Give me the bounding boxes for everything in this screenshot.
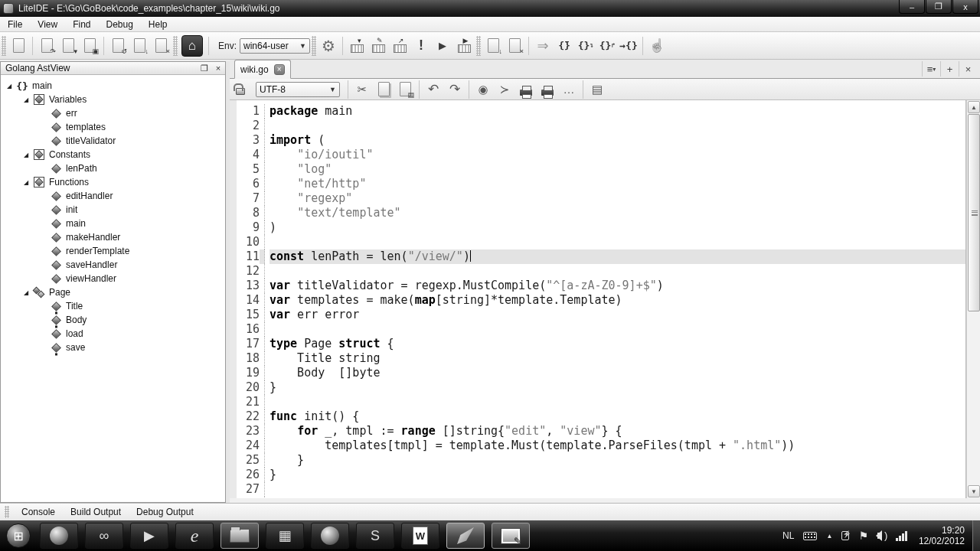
menu-file[interactable]: File bbox=[0, 18, 30, 31]
reload-file-icon[interactable]: ↺ bbox=[108, 36, 128, 56]
tree-item-makeHandler[interactable]: makeHandler bbox=[1, 230, 225, 244]
output-tab-debug-output[interactable]: Debug Output bbox=[129, 505, 201, 519]
code-line[interactable]: 21 bbox=[237, 395, 966, 409]
code-line[interactable]: 26} bbox=[237, 468, 966, 482]
code-line[interactable]: 6 "net/http" bbox=[237, 177, 966, 191]
tree-item-Title[interactable]: Title bbox=[1, 299, 225, 313]
tree-item-main[interactable]: ◢{}main bbox=[1, 79, 225, 93]
tree-item-viewHandler[interactable]: viewHandler bbox=[1, 272, 225, 285]
code-editor[interactable]: 1package main23import (4 "io/ioutil"5 "l… bbox=[230, 100, 966, 498]
lock-icon[interactable] bbox=[230, 80, 250, 99]
close-file-icon[interactable]: × bbox=[151, 36, 171, 56]
new-file-icon[interactable] bbox=[8, 36, 28, 56]
export-icon[interactable]: ≻ bbox=[495, 80, 514, 99]
code-line[interactable]: 14var templates = make(map[string]*templ… bbox=[237, 293, 966, 308]
close-panel-icon[interactable]: × bbox=[211, 63, 225, 74]
menu-debug[interactable]: Debug bbox=[98, 18, 140, 31]
hidden-icons-button[interactable]: ▲ bbox=[826, 533, 832, 540]
clock[interactable]: 19:20 12/02/2012 bbox=[919, 525, 965, 546]
print-preview-icon[interactable] bbox=[537, 80, 557, 99]
language-indicator[interactable]: NL bbox=[782, 530, 794, 541]
expander-icon[interactable]: ◢ bbox=[5, 83, 13, 90]
code-line[interactable]: 19 Body []byte bbox=[237, 366, 966, 380]
close-tab-icon[interactable]: × bbox=[959, 61, 977, 77]
expander-icon[interactable]: ◢ bbox=[22, 289, 30, 296]
expander-icon[interactable]: ◢ bbox=[22, 152, 30, 158]
tree-item-saveHandler[interactable]: saveHandler bbox=[1, 258, 225, 272]
output-tab-build-output[interactable]: Build Output bbox=[63, 505, 129, 519]
code-line[interactable]: 16 bbox=[237, 322, 966, 337]
tree-item-err[interactable]: err bbox=[1, 106, 225, 120]
tree-item-Body[interactable]: Body bbox=[1, 313, 225, 327]
tab-close-icon[interactable]: × bbox=[274, 64, 285, 75]
tree-item-save[interactable]: save bbox=[1, 341, 225, 354]
internet-explorer-app[interactable]: e bbox=[175, 523, 214, 549]
tab-wiki-go[interactable]: wiki.go × bbox=[234, 60, 291, 79]
expression-app[interactable]: ∞ bbox=[85, 523, 123, 549]
expander-icon[interactable]: ◢ bbox=[22, 179, 30, 186]
tree-item-init[interactable]: init bbox=[1, 203, 225, 217]
tree-item-lenPath[interactable]: lenPath bbox=[1, 161, 225, 175]
file-explorer-app[interactable] bbox=[220, 523, 259, 549]
undo-icon[interactable]: ↶ bbox=[423, 80, 443, 99]
code-line[interactable]: 1package main bbox=[237, 104, 966, 119]
run-icon[interactable]: ▶ bbox=[433, 36, 452, 56]
code-line[interactable]: 3import ( bbox=[237, 133, 966, 148]
code-line[interactable]: 25 } bbox=[237, 453, 966, 468]
liteide-app[interactable] bbox=[446, 523, 485, 549]
tree-item-load[interactable]: load bbox=[1, 327, 225, 341]
code-line[interactable]: 15var err error bbox=[237, 308, 966, 322]
paste-icon[interactable]: ▤ bbox=[395, 80, 415, 99]
skype-app[interactable]: S bbox=[356, 523, 394, 549]
image-editor-app[interactable] bbox=[492, 523, 530, 549]
debug-run-icon[interactable]: ▶ bbox=[454, 36, 474, 56]
action-center-flag-icon[interactable]: ⚑ bbox=[858, 530, 868, 542]
run-to-line-icon[interactable]: →{} bbox=[619, 36, 639, 56]
deploy-icon[interactable]: ↗ bbox=[390, 36, 410, 56]
code-line[interactable]: 11const lenPath = len("/view/") bbox=[237, 249, 966, 264]
delete-doc-icon[interactable]: × bbox=[505, 36, 524, 56]
options-gear-icon[interactable]: ⚙ bbox=[318, 36, 338, 56]
copy-icon[interactable] bbox=[374, 80, 394, 99]
navigate-icon[interactable]: ◉ bbox=[473, 80, 493, 99]
scrollbar-thumb[interactable] bbox=[968, 114, 980, 311]
network-signal-icon[interactable] bbox=[896, 530, 908, 541]
pause-hand-icon[interactable]: ☝ bbox=[647, 36, 667, 56]
code-line[interactable]: 13var titleValidator = regexp.MustCompil… bbox=[237, 279, 966, 293]
redo-icon[interactable]: ↷ bbox=[445, 80, 465, 99]
code-line[interactable]: 9) bbox=[237, 220, 966, 235]
code-line[interactable]: 23 for _, tmpl := range []string{"edit",… bbox=[237, 424, 966, 439]
output-bar-handle[interactable] bbox=[5, 506, 9, 518]
code-line[interactable]: 12 bbox=[237, 264, 966, 279]
menu-help[interactable]: Help bbox=[141, 18, 175, 31]
stop-icon[interactable]: ! bbox=[411, 36, 431, 56]
code-line[interactable]: 4 "io/ioutil" bbox=[237, 148, 966, 162]
menu-view[interactable]: View bbox=[30, 18, 65, 31]
code-line[interactable]: 18 Title string bbox=[237, 351, 966, 366]
restore-button[interactable]: ❐ bbox=[926, 0, 952, 14]
expander-icon[interactable]: ◢ bbox=[22, 96, 30, 103]
window-titlebar[interactable]: LiteIDE - E:\Go\GoBoek\code_examples\cha… bbox=[0, 0, 980, 17]
float-panel-icon[interactable]: ❐ bbox=[198, 63, 211, 74]
network-globe-app[interactable] bbox=[40, 523, 78, 549]
toolbar-handle[interactable] bbox=[2, 36, 6, 56]
code-line[interactable]: 22func init() { bbox=[237, 409, 966, 424]
start-button[interactable]: ⊞ bbox=[6, 523, 31, 548]
code-line[interactable]: 8 "text/template" bbox=[237, 206, 966, 220]
output-tab-console[interactable]: Console bbox=[14, 505, 63, 519]
firefox-app[interactable] bbox=[311, 523, 349, 549]
code-line[interactable]: 10 bbox=[237, 235, 966, 249]
open-file-icon[interactable]: ↷ bbox=[37, 36, 57, 56]
calculator-app[interactable]: ▦ bbox=[266, 523, 304, 549]
new-tab-icon[interactable]: + bbox=[940, 61, 959, 77]
show-desktop-button[interactable] bbox=[972, 520, 980, 551]
revert-file-icon[interactable]: ↓ bbox=[129, 36, 149, 56]
tree-item-Variables[interactable]: ◢Variables bbox=[1, 93, 225, 106]
power-plug-icon[interactable] bbox=[841, 531, 849, 540]
tree-item-Page[interactable]: ◢Page bbox=[1, 285, 225, 299]
code-line[interactable]: 2 bbox=[237, 119, 966, 133]
code-line[interactable]: 17type Page struct { bbox=[237, 337, 966, 351]
tree-item-editHandler[interactable]: editHandler bbox=[1, 189, 225, 203]
toolbar-handle[interactable] bbox=[476, 36, 481, 56]
tree-item-templates[interactable]: templates bbox=[1, 120, 225, 134]
